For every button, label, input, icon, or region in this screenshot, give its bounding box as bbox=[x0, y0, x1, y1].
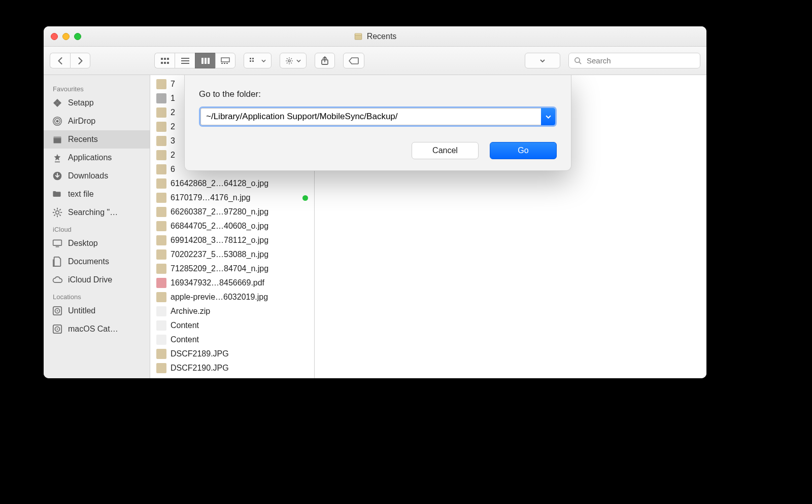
tag-dot-icon bbox=[302, 195, 308, 201]
chevron-down-icon bbox=[296, 59, 301, 62]
file-thumbnail-icon bbox=[156, 264, 166, 274]
sidebar-item[interactable]: Searching "… bbox=[44, 203, 150, 222]
file-row[interactable]: DSCF2189.JPG bbox=[150, 347, 314, 361]
view-mode-buttons bbox=[154, 53, 235, 68]
file-row[interactable]: 66844705_2…40608_o.jpg bbox=[150, 219, 314, 233]
svg-line-49 bbox=[54, 209, 55, 210]
zoom-window-button[interactable] bbox=[74, 33, 81, 40]
traffic-lights bbox=[51, 33, 81, 40]
folder-path-dropdown[interactable] bbox=[541, 108, 555, 125]
file-name: 71285209_2…84704_n.jpg bbox=[171, 264, 308, 273]
file-thumbnail-icon bbox=[156, 122, 166, 132]
svg-rect-2 bbox=[161, 58, 163, 60]
svg-point-38 bbox=[56, 120, 59, 123]
svg-point-22 bbox=[288, 59, 290, 61]
sidebar-item[interactable]: iCloud Drive bbox=[44, 271, 150, 289]
file-thumbnail-icon bbox=[156, 178, 166, 189]
svg-rect-4 bbox=[167, 58, 169, 60]
file-row[interactable]: 169347932…8456669.pdf bbox=[150, 276, 314, 290]
svg-line-27 bbox=[287, 58, 288, 59]
svg-rect-20 bbox=[250, 60, 251, 62]
share-icon bbox=[321, 56, 329, 65]
tags-button[interactable] bbox=[343, 53, 364, 68]
dropdown-button[interactable] bbox=[525, 53, 560, 68]
icon-view-button[interactable] bbox=[154, 53, 175, 68]
sidebar-item-label: iCloud Drive bbox=[68, 275, 112, 284]
file-name: Archive.zip bbox=[171, 307, 308, 316]
svg-line-30 bbox=[291, 58, 292, 59]
close-window-button[interactable] bbox=[51, 33, 58, 40]
sidebar-item[interactable]: AirDrop bbox=[44, 112, 150, 130]
file-row[interactable]: 70202237_5…53088_n.jpg bbox=[150, 247, 314, 262]
file-row[interactable]: 69914208_3…78112_o.jpg bbox=[150, 233, 314, 247]
go-button[interactable]: Go bbox=[490, 142, 557, 159]
sidebar-item[interactable]: Setapp bbox=[44, 94, 150, 112]
sidebar-item-label: Downloads bbox=[68, 171, 108, 181]
window-title-text: Recents bbox=[367, 32, 397, 41]
file-thumbnail-icon bbox=[156, 207, 166, 217]
folder-path-combo[interactable] bbox=[199, 106, 557, 127]
group-by-button-group bbox=[244, 53, 272, 68]
list-view-button[interactable] bbox=[175, 53, 195, 68]
forward-button[interactable] bbox=[70, 53, 90, 68]
sidebar-heading: Locations bbox=[44, 289, 150, 302]
file-thumbnail-icon bbox=[156, 164, 166, 174]
svg-rect-17 bbox=[226, 63, 228, 64]
sidebar-item[interactable]: Untitled bbox=[44, 302, 150, 320]
file-row[interactable]: Content bbox=[150, 318, 314, 333]
go-to-folder-dialog: Go to the folder: Cancel Go bbox=[184, 75, 571, 171]
sidebar-item[interactable]: Documents bbox=[44, 253, 150, 271]
sidebar-item[interactable]: Recents bbox=[44, 130, 150, 149]
search-field[interactable] bbox=[568, 53, 700, 68]
file-name: 70202237_5…53088_n.jpg bbox=[171, 250, 308, 259]
sidebar-item-label: AirDrop bbox=[68, 117, 95, 126]
file-row[interactable]: 71285209_2…84704_n.jpg bbox=[150, 262, 314, 276]
cloud-icon bbox=[52, 274, 63, 285]
sidebar-heading: iCloud bbox=[44, 222, 150, 234]
svg-line-33 bbox=[579, 62, 581, 64]
file-row[interactable]: apple-previe…6032019.jpg bbox=[150, 290, 314, 304]
svg-rect-11 bbox=[201, 58, 204, 64]
back-button[interactable] bbox=[50, 53, 70, 68]
sidebar-item[interactable]: Downloads bbox=[44, 167, 150, 185]
folder-path-input[interactable] bbox=[200, 108, 541, 125]
search-input[interactable] bbox=[586, 56, 695, 65]
chevron-down-icon bbox=[261, 59, 266, 62]
file-row[interactable]: Archive.zip bbox=[150, 304, 314, 318]
file-thumbnail-icon bbox=[156, 221, 166, 231]
window-title: Recents bbox=[354, 32, 397, 41]
svg-rect-7 bbox=[167, 62, 169, 64]
action-menu-button[interactable] bbox=[280, 53, 307, 68]
file-name: DSCF2189.JPG bbox=[171, 349, 308, 358]
sidebar-item-label: Documents bbox=[68, 257, 109, 266]
file-name: 69914208_3…78112_o.jpg bbox=[171, 236, 308, 245]
dialog-buttons: Cancel Go bbox=[199, 142, 557, 159]
sidebar-item[interactable]: macOS Cat… bbox=[44, 320, 150, 338]
gallery-view-button[interactable] bbox=[215, 53, 235, 68]
sidebar-item-label: Recents bbox=[68, 135, 98, 144]
file-row[interactable]: 66260387_2…97280_n.jpg bbox=[150, 205, 314, 219]
group-by-button[interactable] bbox=[244, 53, 272, 68]
share-button[interactable] bbox=[315, 53, 335, 68]
sidebar-item[interactable]: Desktop bbox=[44, 234, 150, 253]
sidebar-item-label: Searching "… bbox=[68, 208, 118, 217]
svg-line-51 bbox=[54, 214, 55, 216]
sidebar-item[interactable]: text file bbox=[44, 185, 150, 203]
column-view-button[interactable] bbox=[195, 53, 215, 68]
gear-icon bbox=[285, 57, 293, 65]
file-row[interactable]: DSCF2190.JPG bbox=[150, 361, 314, 375]
file-thumbnail-icon bbox=[156, 306, 166, 316]
cancel-button[interactable]: Cancel bbox=[412, 142, 479, 159]
grid-icon bbox=[52, 97, 63, 109]
svg-rect-6 bbox=[164, 62, 166, 64]
svg-rect-16 bbox=[224, 63, 225, 64]
file-row[interactable]: 6170179…4176_n.jpg bbox=[150, 191, 314, 205]
chevron-down-icon bbox=[546, 115, 551, 119]
file-row[interactable]: 61642868_2…64128_o.jpg bbox=[150, 176, 314, 191]
recents-icon bbox=[354, 32, 363, 41]
sidebar-item-label: Untitled bbox=[68, 306, 95, 315]
file-row[interactable]: Content bbox=[150, 333, 314, 347]
minimize-window-button[interactable] bbox=[62, 33, 70, 40]
svg-point-32 bbox=[575, 58, 580, 62]
sidebar-item[interactable]: Applications bbox=[44, 149, 150, 167]
